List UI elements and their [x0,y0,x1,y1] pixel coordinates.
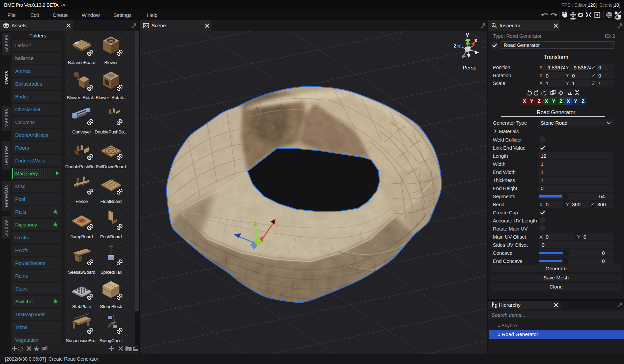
svg-text:Persp: Persp [463,65,477,70]
svg-text:y: y [466,31,469,38]
svg-text:x: x [474,37,478,43]
svg-text:z: z [454,42,457,49]
